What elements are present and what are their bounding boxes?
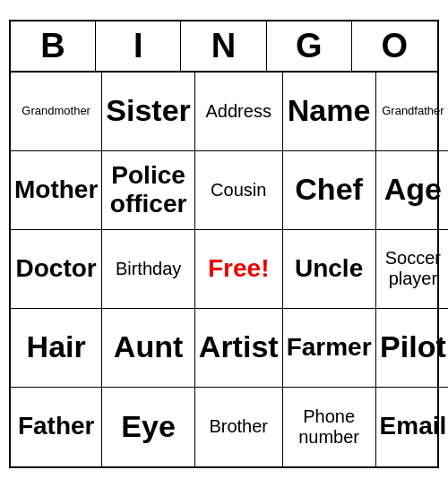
- bingo-cell: Cousin: [195, 151, 283, 230]
- cell-text: Grandfather: [382, 105, 444, 118]
- bingo-cell: Police officer: [102, 151, 195, 230]
- header-letter: N: [181, 21, 266, 71]
- cell-text: Name: [288, 93, 371, 128]
- bingo-cell: Name: [283, 73, 376, 151]
- bingo-cell: Address: [195, 73, 283, 151]
- cell-text: Artist: [199, 329, 279, 364]
- bingo-cell: Uncle: [283, 230, 376, 309]
- cell-text: Email: [380, 412, 447, 440]
- cell-text: Birthday: [116, 259, 181, 279]
- cell-text: Grandmother: [22, 105, 90, 118]
- bingo-cell: Sister: [102, 73, 195, 151]
- cell-text: Soccer player: [380, 248, 447, 289]
- cell-text: Aunt: [114, 329, 183, 364]
- bingo-cell: Doctor: [11, 230, 102, 309]
- bingo-cell: Brother: [195, 388, 283, 466]
- cell-text: Phone number: [287, 406, 372, 448]
- bingo-cell: Artist: [195, 309, 283, 388]
- bingo-cell: Chef: [283, 151, 376, 230]
- cell-text: Cousin: [211, 180, 266, 201]
- cell-text: Father: [18, 412, 95, 440]
- header-letter: G: [267, 21, 352, 71]
- bingo-cell: Father: [11, 388, 102, 466]
- bingo-cell: Eye: [102, 388, 195, 466]
- bingo-cell: Pilot: [376, 309, 448, 388]
- bingo-grid: GrandmotherSisterAddressNameGrandfatherM…: [11, 73, 437, 466]
- header-letter: O: [352, 21, 437, 71]
- bingo-cell: Soccer player: [376, 230, 448, 309]
- bingo-cell: Mother: [11, 151, 102, 230]
- cell-text: Pilot: [380, 329, 446, 364]
- cell-text: Eye: [121, 409, 176, 444]
- cell-text: Uncle: [295, 254, 363, 283]
- cell-text: Brother: [209, 416, 268, 437]
- cell-text: Chef: [295, 172, 363, 207]
- bingo-cell: Birthday: [102, 230, 195, 309]
- bingo-cell: Grandfather: [376, 73, 448, 151]
- cell-text: Address: [206, 101, 271, 122]
- bingo-header: BINGO: [11, 21, 437, 73]
- cell-text: Free!: [208, 254, 269, 283]
- cell-text: Age: [384, 172, 442, 207]
- bingo-cell: Hair: [11, 309, 102, 388]
- cell-text: Police officer: [106, 161, 191, 218]
- bingo-cell: Free!: [195, 230, 283, 309]
- cell-text: Sister: [106, 93, 191, 128]
- bingo-cell: Phone number: [283, 388, 376, 466]
- bingo-cell: Age: [376, 151, 448, 230]
- header-letter: I: [96, 21, 181, 71]
- bingo-cell: Email: [376, 388, 448, 466]
- bingo-card: BINGO GrandmotherSisterAddressNameGrandf…: [9, 20, 439, 468]
- cell-text: Farmer: [287, 333, 372, 362]
- bingo-cell: Grandmother: [11, 73, 102, 151]
- cell-text: Doctor: [16, 254, 97, 283]
- bingo-cell: Aunt: [102, 309, 195, 388]
- cell-text: Hair: [27, 329, 86, 364]
- cell-text: Mother: [14, 175, 98, 204]
- bingo-cell: Farmer: [283, 309, 376, 388]
- header-letter: B: [11, 21, 96, 71]
